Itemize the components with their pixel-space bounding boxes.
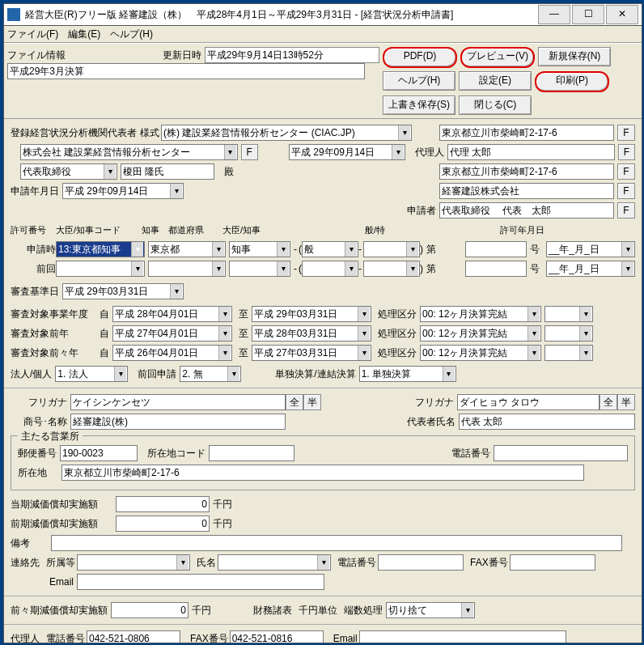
file-info-label: ファイル情報 (7, 49, 163, 62)
address2-input[interactable]: 東京都立川市柴崎町2-17-6 (439, 163, 614, 180)
period1-extra[interactable] (544, 306, 593, 322)
permit-app-pref[interactable]: 東京都 (148, 241, 226, 257)
prev-apply-select[interactable]: 2. 無 (180, 366, 241, 382)
post-input[interactable]: 190-0023 (60, 445, 138, 461)
person-input[interactable]: 榎田 隆氏 (121, 163, 214, 180)
menu-bar: ファイル(F) 編集(E) ヘルプ(H) (4, 26, 642, 43)
period3-to[interactable]: 平成 27年03月31日 (252, 345, 371, 361)
address2-f-button[interactable]: F (617, 163, 635, 180)
permit-app-num1[interactable] (363, 241, 420, 257)
permit-prev-pref[interactable] (148, 261, 226, 277)
period1-to[interactable]: 平成 29年03月31日 (252, 306, 371, 322)
permit-app-num2[interactable] (465, 241, 527, 257)
period2-label: 審査対象前年 (11, 327, 100, 341)
new-save-button[interactable]: 新規保存(N) (538, 47, 611, 66)
client2-input[interactable]: 代表取締役 代表 太郎 (439, 202, 614, 219)
furigana2-input[interactable]: ダイヒョウ タロウ (457, 394, 600, 410)
period1-label: 審査対象事業年度 (11, 308, 100, 321)
furigana-input[interactable]: ケイシンケンセツ (70, 394, 286, 410)
period2-from[interactable]: 平成 27年04月01日 (112, 325, 232, 342)
agent-fax-label: FAX番号 (190, 632, 228, 643)
preview-button[interactable]: プレビュー(V) (460, 47, 535, 68)
company-f-button[interactable]: F (241, 144, 258, 160)
close-window-button[interactable]: ✕ (606, 5, 638, 24)
minimize-button[interactable]: — (538, 5, 570, 24)
contact-dept-input[interactable] (77, 554, 190, 571)
close-button[interactable]: 閉じる(C) (459, 95, 532, 115)
pdf-button[interactable]: PDF(D) (383, 47, 457, 68)
furi1-zen[interactable]: 全 (286, 394, 303, 410)
permit-prev-code[interactable] (56, 261, 145, 277)
client2-f-button[interactable]: F (617, 202, 635, 219)
permit-prev-govtype[interactable] (229, 261, 290, 277)
address1-f-button[interactable]: F (617, 125, 635, 141)
permit-prev-num2[interactable] (465, 261, 527, 277)
legal-select[interactable]: 1. 法人 (55, 366, 128, 382)
format-select[interactable]: (株) 建設業経営情報分析センター (CIAC.JP) (161, 125, 412, 141)
furigana-label: フリガナ (11, 396, 67, 409)
company-select[interactable]: 株式会社 建設業経営情報分析センター (20, 144, 238, 160)
help-button[interactable]: ヘルプ(H) (383, 71, 455, 91)
period3-extra[interactable] (544, 345, 593, 361)
agent-fax-input[interactable]: 042-521-0816 (230, 630, 324, 643)
date1-select[interactable]: 平成 29年09月14日 (289, 144, 405, 160)
post-label: 郵便番号 (18, 447, 57, 460)
period2-to[interactable]: 平成 28年03月31日 (252, 325, 371, 342)
base-date-select[interactable]: 平成 29年03月31日 (62, 283, 184, 299)
trade-name-input[interactable]: 経審建設(株) (70, 414, 286, 430)
permit-prev-num1[interactable] (363, 261, 420, 277)
solo-select[interactable]: 1. 単独決算 (359, 366, 456, 382)
period1-from[interactable]: 平成 28年04月01日 (112, 306, 232, 322)
period3-kubun[interactable]: 00: 12ヶ月決算完結 (420, 345, 541, 361)
menu-file[interactable]: ファイル(F) (7, 28, 58, 41)
contact-label: 連絡先 (11, 556, 40, 570)
menu-edit[interactable]: 編集(E) (68, 28, 100, 41)
role-select[interactable]: 代表取締役 (20, 163, 117, 180)
dep-pp-input[interactable]: 0 (111, 602, 189, 618)
tel-input[interactable] (494, 445, 628, 461)
client1-input[interactable]: 経審建設株式会社 (439, 183, 614, 199)
period1-kubun[interactable]: 00: 12ヶ月決算完結 (420, 306, 541, 322)
client1-f-button[interactable]: F (617, 183, 635, 199)
period2-extra[interactable] (544, 325, 593, 342)
addr-input[interactable]: 東京都立川市柴崎町2-17-6 (61, 465, 584, 481)
agent-tel-input[interactable]: 042-521-0806 (87, 630, 180, 643)
rep-input[interactable]: 代表 太郎 (459, 414, 635, 430)
furi2-zen[interactable]: 全 (600, 394, 617, 410)
maximize-button[interactable]: ☐ (572, 5, 604, 24)
permit-prev-hantoku[interactable] (302, 261, 358, 277)
contact-name-input[interactable] (218, 554, 331, 571)
period2-kubun[interactable]: 00: 12ヶ月決算完結 (420, 325, 541, 342)
dep-prev-input[interactable]: 0 (116, 516, 210, 532)
menu-help[interactable]: ヘルプ(H) (110, 28, 153, 41)
period3-from[interactable]: 平成 26年04月01日 (112, 345, 232, 361)
agent-f-button[interactable]: F (618, 144, 635, 160)
settings-button[interactable]: 設定(E) (459, 71, 532, 91)
dep-cur-input[interactable]: 0 (116, 496, 210, 512)
permit-app-govtype[interactable]: 知事 (229, 241, 290, 257)
file-name-input[interactable]: 平成29年3月決算 (7, 63, 365, 79)
permit-app-date[interactable]: __年_月_日 (546, 241, 635, 257)
contact-email-input[interactable] (77, 574, 324, 590)
permit-app-hantoku[interactable]: 般 (302, 241, 358, 257)
contact-tel-input[interactable] (378, 554, 464, 571)
address1-input[interactable]: 東京都立川市柴崎町2-17-6 (439, 125, 614, 141)
app-date-select[interactable]: 平成 29年09月14日 (62, 183, 184, 199)
permit-num-label: 許可番号 (11, 224, 56, 236)
print-button[interactable]: 印刷(P) (535, 71, 609, 92)
contact-fax-input[interactable] (510, 554, 595, 571)
agent-section-label: 代理人 (11, 632, 40, 643)
furi1-han[interactable]: 半 (303, 394, 321, 410)
round-select[interactable]: 切り捨て (386, 602, 475, 618)
agent-tel-label: 電話番号 (46, 632, 85, 643)
furi2-han[interactable]: 半 (617, 394, 635, 410)
agent-email-input[interactable] (359, 630, 566, 643)
agent-input[interactable]: 代理 太郎 (447, 144, 615, 160)
form-body: 登録経営状況分析機関代表者 様式 (株) 建設業経営情報分析センター (CIAC… (4, 119, 642, 643)
permit-app-code[interactable]: 13:東京都知事 (56, 241, 145, 257)
overwrite-button[interactable]: 上書き保存(S) (383, 95, 455, 115)
permit-prev-date[interactable]: __年_月_日 (546, 261, 635, 277)
loc-code-input[interactable] (209, 445, 294, 461)
remark-input[interactable] (51, 535, 622, 551)
contact-fax-label: FAX番号 (470, 556, 508, 570)
